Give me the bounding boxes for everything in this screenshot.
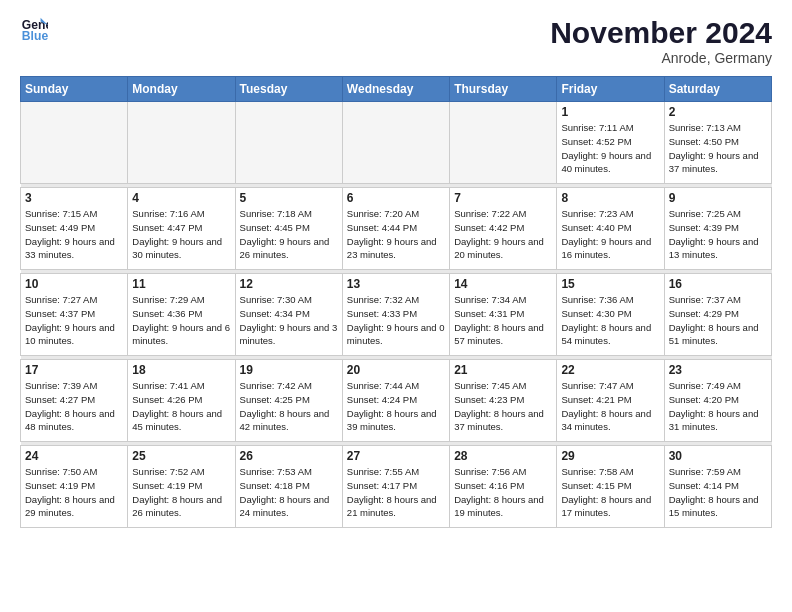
- day-number: 18: [132, 363, 230, 377]
- table-row: 27Sunrise: 7:55 AM Sunset: 4:17 PM Dayli…: [342, 446, 449, 528]
- table-row: 11Sunrise: 7:29 AM Sunset: 4:36 PM Dayli…: [128, 274, 235, 356]
- day-info: Sunrise: 7:50 AM Sunset: 4:19 PM Dayligh…: [25, 465, 123, 520]
- table-row: 18Sunrise: 7:41 AM Sunset: 4:26 PM Dayli…: [128, 360, 235, 442]
- day-info: Sunrise: 7:37 AM Sunset: 4:29 PM Dayligh…: [669, 293, 767, 348]
- day-info: Sunrise: 7:18 AM Sunset: 4:45 PM Dayligh…: [240, 207, 338, 262]
- day-info: Sunrise: 7:13 AM Sunset: 4:50 PM Dayligh…: [669, 121, 767, 176]
- col-friday: Friday: [557, 77, 664, 102]
- day-info: Sunrise: 7:39 AM Sunset: 4:27 PM Dayligh…: [25, 379, 123, 434]
- day-info: Sunrise: 7:56 AM Sunset: 4:16 PM Dayligh…: [454, 465, 552, 520]
- day-info: Sunrise: 7:20 AM Sunset: 4:44 PM Dayligh…: [347, 207, 445, 262]
- table-row: 9Sunrise: 7:25 AM Sunset: 4:39 PM Daylig…: [664, 188, 771, 270]
- day-info: Sunrise: 7:41 AM Sunset: 4:26 PM Dayligh…: [132, 379, 230, 434]
- day-info: Sunrise: 7:32 AM Sunset: 4:33 PM Dayligh…: [347, 293, 445, 348]
- table-row: 13Sunrise: 7:32 AM Sunset: 4:33 PM Dayli…: [342, 274, 449, 356]
- day-info: Sunrise: 7:49 AM Sunset: 4:20 PM Dayligh…: [669, 379, 767, 434]
- col-sunday: Sunday: [21, 77, 128, 102]
- day-info: Sunrise: 7:58 AM Sunset: 4:15 PM Dayligh…: [561, 465, 659, 520]
- table-row: 6Sunrise: 7:20 AM Sunset: 4:44 PM Daylig…: [342, 188, 449, 270]
- table-row: 1Sunrise: 7:11 AM Sunset: 4:52 PM Daylig…: [557, 102, 664, 184]
- day-info: Sunrise: 7:16 AM Sunset: 4:47 PM Dayligh…: [132, 207, 230, 262]
- day-info: Sunrise: 7:53 AM Sunset: 4:18 PM Dayligh…: [240, 465, 338, 520]
- table-row: 21Sunrise: 7:45 AM Sunset: 4:23 PM Dayli…: [450, 360, 557, 442]
- day-number: 2: [669, 105, 767, 119]
- week-row-1: 1Sunrise: 7:11 AM Sunset: 4:52 PM Daylig…: [21, 102, 772, 184]
- day-number: 5: [240, 191, 338, 205]
- day-number: 24: [25, 449, 123, 463]
- col-monday: Monday: [128, 77, 235, 102]
- calendar-table: Sunday Monday Tuesday Wednesday Thursday…: [20, 76, 772, 528]
- day-info: Sunrise: 7:45 AM Sunset: 4:23 PM Dayligh…: [454, 379, 552, 434]
- table-row: 28Sunrise: 7:56 AM Sunset: 4:16 PM Dayli…: [450, 446, 557, 528]
- week-row-3: 10Sunrise: 7:27 AM Sunset: 4:37 PM Dayli…: [21, 274, 772, 356]
- day-number: 30: [669, 449, 767, 463]
- table-row: 4Sunrise: 7:16 AM Sunset: 4:47 PM Daylig…: [128, 188, 235, 270]
- day-info: Sunrise: 7:11 AM Sunset: 4:52 PM Dayligh…: [561, 121, 659, 176]
- table-row: 24Sunrise: 7:50 AM Sunset: 4:19 PM Dayli…: [21, 446, 128, 528]
- col-thursday: Thursday: [450, 77, 557, 102]
- day-info: Sunrise: 7:23 AM Sunset: 4:40 PM Dayligh…: [561, 207, 659, 262]
- table-row: 29Sunrise: 7:58 AM Sunset: 4:15 PM Dayli…: [557, 446, 664, 528]
- col-tuesday: Tuesday: [235, 77, 342, 102]
- day-number: 16: [669, 277, 767, 291]
- day-info: Sunrise: 7:15 AM Sunset: 4:49 PM Dayligh…: [25, 207, 123, 262]
- col-saturday: Saturday: [664, 77, 771, 102]
- day-number: 26: [240, 449, 338, 463]
- day-info: Sunrise: 7:55 AM Sunset: 4:17 PM Dayligh…: [347, 465, 445, 520]
- day-number: 19: [240, 363, 338, 377]
- calendar-header-row: Sunday Monday Tuesday Wednesday Thursday…: [21, 77, 772, 102]
- table-row: [342, 102, 449, 184]
- table-row: 5Sunrise: 7:18 AM Sunset: 4:45 PM Daylig…: [235, 188, 342, 270]
- table-row: 17Sunrise: 7:39 AM Sunset: 4:27 PM Dayli…: [21, 360, 128, 442]
- day-number: 29: [561, 449, 659, 463]
- day-number: 13: [347, 277, 445, 291]
- page: General Blue November 2024 Anrode, Germa…: [0, 0, 792, 612]
- day-number: 10: [25, 277, 123, 291]
- day-info: Sunrise: 7:27 AM Sunset: 4:37 PM Dayligh…: [25, 293, 123, 348]
- svg-text:Blue: Blue: [22, 29, 48, 43]
- location: Anrode, Germany: [550, 50, 772, 66]
- table-row: 30Sunrise: 7:59 AM Sunset: 4:14 PM Dayli…: [664, 446, 771, 528]
- day-info: Sunrise: 7:30 AM Sunset: 4:34 PM Dayligh…: [240, 293, 338, 348]
- day-number: 8: [561, 191, 659, 205]
- day-number: 22: [561, 363, 659, 377]
- table-row: [128, 102, 235, 184]
- day-number: 28: [454, 449, 552, 463]
- table-row: 15Sunrise: 7:36 AM Sunset: 4:30 PM Dayli…: [557, 274, 664, 356]
- day-number: 1: [561, 105, 659, 119]
- day-number: 12: [240, 277, 338, 291]
- day-info: Sunrise: 7:34 AM Sunset: 4:31 PM Dayligh…: [454, 293, 552, 348]
- title-block: November 2024 Anrode, Germany: [550, 16, 772, 66]
- day-number: 9: [669, 191, 767, 205]
- table-row: 26Sunrise: 7:53 AM Sunset: 4:18 PM Dayli…: [235, 446, 342, 528]
- table-row: 20Sunrise: 7:44 AM Sunset: 4:24 PM Dayli…: [342, 360, 449, 442]
- header: General Blue November 2024 Anrode, Germa…: [20, 16, 772, 66]
- table-row: [21, 102, 128, 184]
- week-row-2: 3Sunrise: 7:15 AM Sunset: 4:49 PM Daylig…: [21, 188, 772, 270]
- day-number: 25: [132, 449, 230, 463]
- day-number: 4: [132, 191, 230, 205]
- week-row-5: 24Sunrise: 7:50 AM Sunset: 4:19 PM Dayli…: [21, 446, 772, 528]
- table-row: 25Sunrise: 7:52 AM Sunset: 4:19 PM Dayli…: [128, 446, 235, 528]
- table-row: 19Sunrise: 7:42 AM Sunset: 4:25 PM Dayli…: [235, 360, 342, 442]
- table-row: [235, 102, 342, 184]
- day-number: 17: [25, 363, 123, 377]
- logo-icon: General Blue: [20, 16, 48, 44]
- day-info: Sunrise: 7:36 AM Sunset: 4:30 PM Dayligh…: [561, 293, 659, 348]
- logo: General Blue: [20, 16, 48, 44]
- day-number: 15: [561, 277, 659, 291]
- table-row: 12Sunrise: 7:30 AM Sunset: 4:34 PM Dayli…: [235, 274, 342, 356]
- day-info: Sunrise: 7:25 AM Sunset: 4:39 PM Dayligh…: [669, 207, 767, 262]
- col-wednesday: Wednesday: [342, 77, 449, 102]
- table-row: 14Sunrise: 7:34 AM Sunset: 4:31 PM Dayli…: [450, 274, 557, 356]
- day-number: 14: [454, 277, 552, 291]
- day-number: 21: [454, 363, 552, 377]
- day-number: 3: [25, 191, 123, 205]
- day-info: Sunrise: 7:59 AM Sunset: 4:14 PM Dayligh…: [669, 465, 767, 520]
- table-row: 23Sunrise: 7:49 AM Sunset: 4:20 PM Dayli…: [664, 360, 771, 442]
- table-row: 10Sunrise: 7:27 AM Sunset: 4:37 PM Dayli…: [21, 274, 128, 356]
- day-number: 23: [669, 363, 767, 377]
- day-number: 27: [347, 449, 445, 463]
- table-row: 16Sunrise: 7:37 AM Sunset: 4:29 PM Dayli…: [664, 274, 771, 356]
- day-info: Sunrise: 7:29 AM Sunset: 4:36 PM Dayligh…: [132, 293, 230, 348]
